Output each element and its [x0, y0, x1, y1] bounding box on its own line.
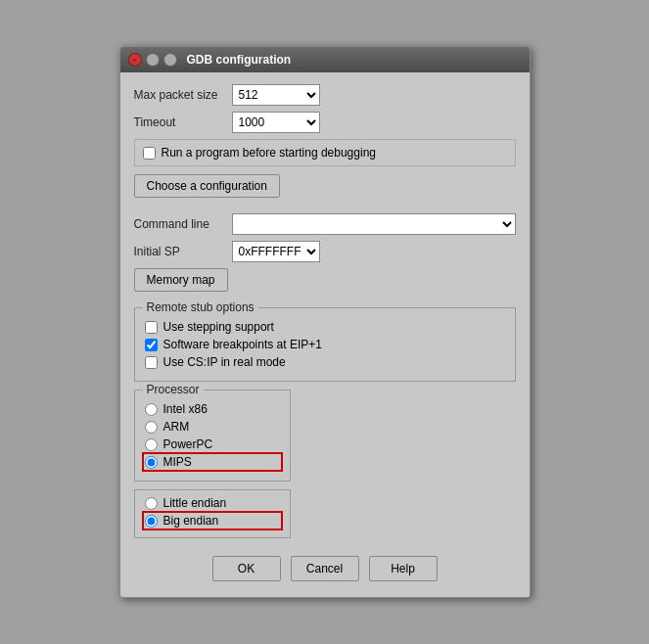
timeout-label: Timeout [134, 115, 232, 129]
max-packet-row: Max packet size 512 1024 256 [134, 84, 516, 106]
little-endian-row: Little endian [145, 496, 280, 510]
use-csip-checkbox[interactable] [145, 356, 158, 369]
powerpc-row: PowerPC [145, 437, 280, 451]
bottom-buttons: OK Cancel Help [134, 548, 516, 585]
run-program-checkbox[interactable] [143, 147, 156, 160]
little-endian-label: Little endian [163, 496, 227, 510]
content-area: Max packet size 512 1024 256 Timeout 100… [120, 72, 530, 597]
intel-x86-label: Intel x86 [163, 402, 208, 416]
command-line-row: Command line [134, 213, 516, 235]
cancel-button[interactable]: Cancel [291, 556, 359, 581]
titlebar-buttons: × [128, 53, 177, 67]
mips-radio[interactable] [145, 456, 158, 469]
minimize-button[interactable] [146, 53, 160, 67]
sw-breakpoints-checkbox[interactable] [145, 339, 158, 351]
big-endian-radio[interactable] [145, 515, 158, 528]
remote-stub-content: Use stepping support Software breakpoint… [145, 320, 505, 369]
use-stepping-checkbox[interactable] [145, 321, 158, 334]
titlebar: × GDB configuration [120, 47, 530, 72]
arm-row: ARM [145, 420, 280, 434]
command-line-select[interactable] [232, 213, 516, 235]
endian-group: Little endian Big endian [134, 489, 291, 538]
processor-label: Processor [143, 383, 204, 396]
intel-x86-radio[interactable] [145, 403, 158, 416]
sw-breakpoints-row: Software breakpoints at EIP+1 [145, 338, 505, 351]
mips-label: MIPS [163, 455, 192, 469]
remote-stub-group: Remote stub options Use stepping support… [134, 307, 516, 382]
use-stepping-label: Use stepping support [163, 320, 274, 334]
use-csip-row: Use CS:IP in real mode [145, 355, 505, 369]
big-endian-label: Big endian [163, 514, 219, 528]
arm-label: ARM [163, 420, 190, 434]
run-program-row: Run a program before starting debugging [134, 139, 516, 166]
timeout-select[interactable]: 1000 500 2000 [232, 112, 320, 133]
gdb-config-window: × GDB configuration Max packet size 512 … [119, 46, 531, 598]
ok-button[interactable]: OK [212, 556, 281, 581]
intel-x86-row: Intel x86 [145, 402, 280, 416]
processor-content: Intel x86 ARM PowerPC MIPS [145, 402, 280, 469]
max-packet-label: Max packet size [134, 88, 232, 102]
memory-map-button[interactable]: Memory map [134, 268, 228, 292]
powerpc-label: PowerPC [163, 437, 213, 451]
max-packet-select[interactable]: 512 1024 256 [232, 84, 320, 106]
close-button[interactable]: × [128, 53, 142, 67]
initial-sp-label: Initial SP [134, 245, 232, 258]
help-button[interactable]: Help [369, 556, 438, 581]
timeout-row: Timeout 1000 500 2000 [134, 112, 516, 133]
little-endian-radio[interactable] [145, 497, 158, 510]
choose-config-button[interactable]: Choose a configuration [134, 174, 280, 198]
run-program-label: Run a program before starting debugging [162, 146, 376, 160]
initial-sp-row: Initial SP 0xFFFFFFFF 0x00000000 [134, 241, 516, 262]
window-title: GDB configuration [187, 53, 522, 67]
powerpc-radio[interactable] [145, 438, 158, 451]
mips-row: MIPS [145, 455, 280, 469]
big-endian-row: Big endian [145, 514, 280, 528]
use-stepping-row: Use stepping support [145, 320, 505, 334]
command-line-label: Command line [134, 217, 232, 231]
initial-sp-select[interactable]: 0xFFFFFFFF 0x00000000 [232, 241, 320, 262]
processor-group: Processor Intel x86 ARM PowerPC MIPS [134, 390, 291, 482]
remote-stub-label: Remote stub options [143, 300, 258, 314]
sw-breakpoints-label: Software breakpoints at EIP+1 [163, 338, 322, 351]
maximize-button[interactable] [163, 53, 177, 67]
arm-radio[interactable] [145, 421, 158, 434]
use-csip-label: Use CS:IP in real mode [163, 355, 286, 369]
